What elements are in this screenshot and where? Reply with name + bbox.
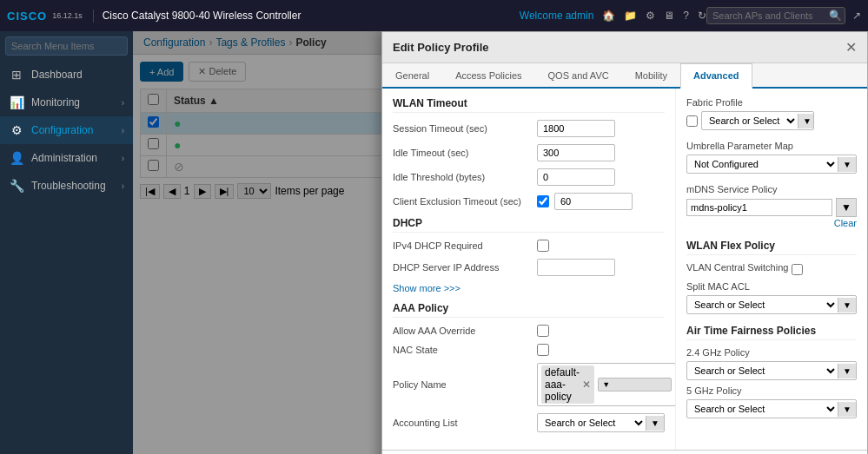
policy-name-tag: default-aaa-policy ✕ (541, 365, 594, 404)
fabric-profile-select-wrap[interactable]: Search or Select ▼ (701, 111, 814, 130)
monitor-icon[interactable]: 🖥 (664, 10, 674, 22)
tab-access-policies[interactable]: Access Policies (442, 63, 534, 89)
fabric-profile-section: Fabric Profile Search or Select ▼ (686, 97, 857, 130)
mdns-input[interactable] (686, 199, 832, 216)
modal-header: Edit Policy Profile ✕ (382, 32, 867, 63)
home-icon[interactable]: 🏠 (602, 10, 615, 22)
nac-state-checkbox[interactable] (537, 344, 549, 356)
global-search[interactable]: 🔍 (706, 7, 845, 24)
umbrella-dropdown-btn[interactable]: ▼ (838, 157, 856, 172)
mdns-clear-link[interactable]: Clear (834, 218, 857, 228)
dhcp-server-row: DHCP Server IP Address (393, 259, 665, 276)
fabric-profile-select[interactable]: Search or Select (702, 112, 798, 129)
client-exclusion-checkbox[interactable] (537, 195, 549, 207)
umbrella-select[interactable]: Not Configured (687, 155, 838, 173)
umbrella-select-wrap[interactable]: Not Configured ▼ (686, 155, 857, 174)
idle-threshold-input[interactable] (537, 168, 615, 186)
tab-advanced[interactable]: Advanced (680, 63, 752, 89)
split-mac-label: Split MAC ACL (686, 281, 857, 292)
refresh-icon[interactable]: ↻ (698, 10, 706, 22)
air-time-section: Air Time Fairness Policies 2.4 GHz Polic… (686, 325, 857, 418)
sidebar-item-monitoring[interactable]: 📊 Monitoring › (0, 89, 133, 116)
modal-body: WLAN Timeout Session Timeout (sec) Idle … (382, 89, 867, 450)
split-mac-select-wrap[interactable]: Search or Select ▼ (686, 295, 857, 314)
vlan-central-label: VLAN Central Switching (686, 262, 788, 273)
tag-remove-btn[interactable]: ✕ (582, 378, 591, 391)
nac-state-label: NAC State (393, 345, 532, 355)
monitoring-icon: 📊 (9, 95, 24, 109)
fabric-dropdown-btn[interactable]: ▼ (798, 114, 814, 128)
dhcp-server-label: DHCP Server IP Address (393, 262, 532, 273)
client-exclusion-row: Client Exclusion Timeout (sec) (393, 193, 665, 210)
accounting-list-select-wrap[interactable]: ▼ (537, 413, 665, 432)
logo-area: CISCO 16.12.1s (7, 10, 94, 23)
tag-dropdown-btn[interactable]: ▼ (598, 378, 672, 391)
top-navbar: CISCO 16.12.1s Cisco Catalyst 9800-40 Wi… (0, 0, 868, 31)
session-timeout-row: Session Timeout (sec) (393, 120, 665, 137)
settings-icon[interactable]: ⚙ (646, 10, 655, 22)
policy-name-label: Policy Name (393, 379, 532, 390)
folder-icon[interactable]: 📁 (624, 10, 637, 22)
ghz5-dropdown-btn[interactable]: ▼ (838, 402, 856, 417)
configuration-icon: ⚙ (9, 123, 24, 137)
vlan-central-checkbox[interactable] (792, 264, 803, 275)
session-timeout-input[interactable] (537, 120, 615, 137)
sidebar-item-troubleshooting[interactable]: 🔧 Troubleshooting › (0, 172, 133, 200)
chevron-right-icon: › (122, 98, 124, 108)
tab-mobility[interactable]: Mobility (622, 63, 680, 89)
sidebar-item-label: Administration (31, 152, 115, 164)
aaa-policy-section-title: AAA Policy (393, 302, 665, 318)
idle-timeout-row: Idle Timeout (sec) (393, 144, 665, 161)
ghz24-select-wrap[interactable]: Search or Select ▼ (686, 361, 857, 380)
modal-title: Edit Policy Profile (393, 41, 489, 54)
modal-left-panel: WLAN Timeout Session Timeout (sec) Idle … (382, 89, 676, 450)
help-icon[interactable]: ? (683, 10, 689, 22)
sidebar-item-administration[interactable]: 👤 Administration › (0, 144, 133, 172)
policy-name-tag-input[interactable]: default-aaa-policy ✕ ▼ (537, 363, 676, 406)
client-exclusion-input[interactable] (554, 193, 633, 210)
wlan-flex-section: WLAN Flex Policy VLAN Central Switching … (686, 240, 857, 314)
ghz5-select-wrap[interactable]: Search or Select ▼ (686, 399, 857, 418)
accounting-list-label: Accounting List (393, 418, 532, 428)
dhcp-server-input[interactable] (537, 259, 615, 276)
troubleshooting-icon: 🔧 (9, 179, 24, 193)
umbrella-section: Umbrella Parameter Map Not Configured ▼ (686, 141, 857, 174)
mdns-section: mDNS Service Policy ▼ Clear (686, 184, 857, 229)
allow-aaa-row: Allow AAA Override (393, 325, 665, 337)
app-title: Cisco Catalyst 9800-40 Wireless Controll… (103, 10, 520, 22)
client-exclusion-label: Client Exclusion Timeout (sec) (393, 196, 532, 207)
split-mac-select[interactable]: Search or Select (687, 296, 838, 313)
mdns-label: mDNS Service Policy (686, 184, 857, 194)
tab-general[interactable]: General (382, 63, 442, 89)
idle-timeout-input[interactable] (537, 144, 615, 161)
ghz5-select[interactable]: Search or Select (687, 400, 838, 418)
ghz24-row: 2.4 GHz Policy Search or Select ▼ (686, 347, 857, 380)
chevron-down-icon: › (122, 126, 124, 135)
ghz24-dropdown-btn[interactable]: ▼ (838, 364, 856, 378)
accounting-list-select[interactable] (538, 414, 646, 431)
search-input[interactable] (712, 10, 825, 21)
external-link-icon[interactable]: ↗ (852, 10, 861, 22)
modal-close-button[interactable]: ✕ (845, 39, 857, 56)
tab-qos-avc[interactable]: QOS and AVC (535, 63, 622, 89)
administration-icon: 👤 (9, 151, 24, 165)
sidebar-item-configuration[interactable]: ⚙ Configuration › (0, 116, 133, 144)
idle-threshold-label: Idle Threshold (bytes) (393, 172, 532, 182)
allow-aaa-checkbox[interactable] (537, 325, 549, 337)
split-mac-dropdown-btn[interactable]: ▼ (838, 298, 856, 313)
welcome-text: Welcome admin (520, 10, 594, 22)
accounting-dropdown-btn[interactable]: ▼ (646, 416, 664, 431)
ipv4-dhcp-checkbox[interactable] (537, 240, 549, 252)
show-more-link[interactable]: Show more >>> (393, 283, 665, 293)
username-text: admin (566, 10, 594, 22)
mdns-dropdown-btn[interactable]: ▼ (836, 198, 857, 217)
version-text: 16.12.1s (52, 11, 83, 21)
ghz24-select[interactable]: Search or Select (687, 362, 838, 379)
wlan-timeout-section-title: WLAN Timeout (393, 97, 665, 113)
sidebar-search-wrap[interactable] (0, 31, 133, 61)
sidebar-item-dashboard[interactable]: ⊞ Dashboard (0, 61, 133, 89)
dashboard-icon: ⊞ (9, 68, 24, 82)
fabric-profile-checkbox[interactable] (686, 115, 698, 127)
sidebar-search-input[interactable] (5, 36, 128, 56)
mdns-input-row: ▼ (686, 198, 857, 217)
